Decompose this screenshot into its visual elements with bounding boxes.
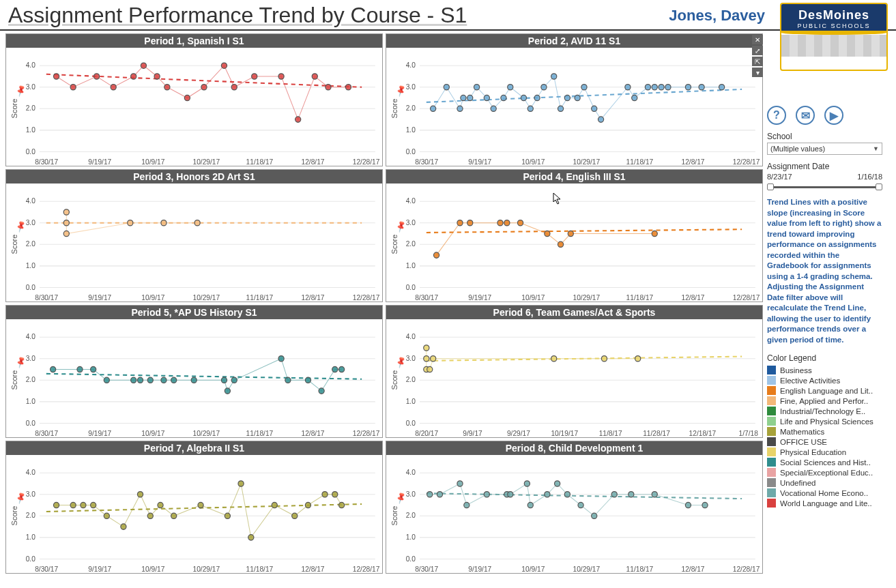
filter-icon[interactable]: ▾ (752, 68, 763, 77)
svg-point-129 (497, 220, 503, 226)
svg-point-65 (528, 106, 533, 111)
close-icon[interactable]: ✕ (752, 35, 763, 44)
svg-text:10/29/17: 10/29/17 (573, 294, 601, 302)
svg-text:8/30/17: 8/30/17 (35, 565, 58, 573)
svg-text:9/19/17: 9/19/17 (468, 565, 491, 573)
svg-point-171 (332, 366, 338, 372)
svg-point-57 (461, 95, 466, 100)
svg-text:1.0: 1.0 (406, 126, 416, 134)
svg-text:2.0: 2.0 (406, 240, 416, 248)
svg-text:10/9/17: 10/9/17 (141, 158, 164, 166)
svg-point-35 (345, 85, 351, 90)
logo-sub: PUBLIC SCHOOLS (781, 23, 886, 29)
svg-point-234 (305, 502, 310, 508)
chart-panel: Period 8, Child Development 1Score📌0.01.… (386, 441, 763, 574)
svg-point-77 (645, 85, 650, 90)
y-axis-label: Score (390, 505, 399, 525)
svg-point-262 (508, 492, 513, 497)
expand-icon[interactable]: ⤢ (752, 46, 763, 55)
date-slider[interactable] (767, 182, 882, 192)
svg-point-269 (592, 513, 597, 518)
legend-item[interactable]: OFFICE USE (767, 437, 882, 446)
legend-swatch (767, 376, 776, 385)
share-icon[interactable]: ⇱ (752, 57, 763, 66)
legend-label: Life and Physical Sciences (780, 417, 873, 426)
svg-point-225 (147, 513, 153, 518)
svg-point-233 (292, 513, 298, 518)
svg-text:12/18/17: 12/18/17 (689, 430, 717, 437)
svg-text:9/19/17: 9/19/17 (88, 430, 111, 437)
legend-item[interactable]: World Language and Lite.. (767, 499, 882, 508)
legend-label: Vocational Home Econo.. (780, 489, 868, 497)
chart-grid: ✕ ⤢ ⇱ ▾ Period 1, Spanish I S1Score📌0.01… (0, 31, 763, 574)
svg-text:12/28/17: 12/28/17 (353, 158, 380, 166)
chart-panel: Period 6, Team Games/Act & SportsScore📌0… (386, 305, 763, 438)
legend-item[interactable]: Fine, Applied and Perfor.. (767, 396, 882, 405)
legend-item[interactable]: Undefined (767, 478, 882, 487)
svg-point-172 (339, 366, 345, 372)
legend-item[interactable]: Special/Exceptional Educ.. (767, 468, 882, 477)
svg-point-273 (685, 502, 691, 508)
svg-point-199 (635, 356, 641, 362)
legend-item[interactable]: Elective Activities (767, 376, 882, 385)
svg-point-82 (699, 85, 704, 90)
svg-text:1.0: 1.0 (26, 262, 35, 269)
legend-item[interactable]: Mathematics (767, 427, 882, 436)
legend-title: Color Legend (767, 353, 882, 363)
legend-item[interactable]: Physical Education (767, 447, 882, 456)
svg-text:10/29/17: 10/29/17 (573, 565, 601, 573)
legend-item[interactable]: Life and Physical Sciences (767, 417, 882, 426)
svg-point-169 (305, 377, 310, 383)
svg-point-126 (433, 252, 439, 258)
date-from: 8/23/17 (767, 173, 792, 181)
svg-text:2.0: 2.0 (26, 240, 35, 248)
svg-point-230 (238, 481, 244, 486)
legend-swatch (767, 437, 776, 446)
svg-point-219 (70, 502, 76, 508)
svg-point-66 (534, 95, 540, 100)
svg-text:9/19/17: 9/19/17 (468, 294, 491, 302)
logo-city: DesMoines (781, 8, 886, 23)
svg-text:3.0: 3.0 (406, 83, 416, 91)
play-icon[interactable]: ▶ (824, 106, 843, 125)
svg-point-78 (652, 85, 657, 90)
svg-text:0.0: 0.0 (406, 419, 416, 426)
legend-item[interactable]: Vocational Home Econo.. (767, 488, 882, 497)
svg-text:2.0: 2.0 (26, 104, 35, 112)
legend-label: Elective Activities (780, 377, 840, 385)
svg-text:10/9/17: 10/9/17 (141, 430, 164, 437)
legend-item[interactable]: Industrial/Technology E.. (767, 407, 882, 415)
svg-text:2.0: 2.0 (26, 376, 35, 383)
svg-text:10/9/17: 10/9/17 (521, 294, 545, 302)
svg-point-229 (225, 513, 230, 518)
svg-point-167 (278, 356, 284, 362)
svg-text:10/29/17: 10/29/17 (193, 565, 220, 573)
svg-text:12/28/17: 12/28/17 (733, 294, 760, 302)
svg-point-68 (551, 74, 557, 79)
legend-item[interactable]: Social Sciences and Hist.. (767, 458, 882, 467)
mail-icon[interactable]: ✉ (796, 106, 815, 125)
svg-text:10/29/17: 10/29/17 (573, 158, 601, 166)
svg-point-232 (272, 502, 277, 508)
svg-point-268 (578, 502, 583, 508)
legend-item[interactable]: English Language and Lit.. (767, 386, 882, 395)
svg-point-220 (81, 502, 86, 508)
chart-title: Period 6, Team Games/Act & Sports (386, 306, 762, 319)
svg-point-224 (137, 492, 143, 497)
legend-label: Fine, Applied and Perfor.. (780, 397, 868, 405)
svg-point-135 (652, 231, 657, 236)
svg-point-223 (121, 524, 126, 529)
help-icon[interactable]: ? (767, 106, 786, 125)
legend-label: Undefined (780, 479, 815, 487)
svg-text:0.0: 0.0 (26, 555, 35, 562)
svg-point-64 (521, 95, 526, 100)
svg-text:11/18/17: 11/18/17 (626, 294, 654, 302)
svg-point-237 (339, 502, 345, 508)
svg-point-257 (437, 492, 442, 497)
legend-item[interactable]: Business (767, 366, 882, 374)
svg-point-59 (474, 85, 480, 90)
svg-point-132 (545, 231, 550, 236)
y-axis-label: Score (10, 505, 18, 525)
svg-text:11/18/17: 11/18/17 (626, 158, 654, 166)
school-select[interactable]: (Multiple values) ▼ (767, 143, 882, 155)
